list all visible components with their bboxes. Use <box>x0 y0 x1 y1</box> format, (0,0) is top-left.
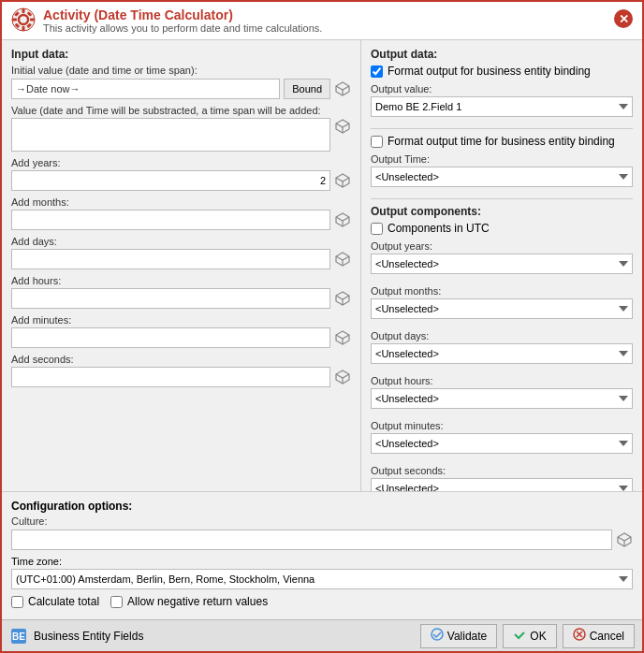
format-output-time-checkbox[interactable] <box>371 136 383 148</box>
output-seconds-label: Output seconds: <box>371 465 633 476</box>
format-output-time-row: Format output time for business entity b… <box>371 135 633 148</box>
calc-total-label[interactable]: Calculate total <box>28 595 99 608</box>
output-days-label: Output days: <box>371 330 633 341</box>
bound-button[interactable]: Bound <box>284 79 330 99</box>
cancel-button[interactable]: Cancel <box>563 624 635 648</box>
main-content: Input data: Initial value (date and time… <box>2 40 642 491</box>
date-now-field[interactable]: →Date now→ <box>11 79 280 99</box>
add-months-label: Add months: <box>11 196 351 208</box>
ok-label: OK <box>530 630 546 643</box>
add-months-field: Add months: <box>11 196 351 230</box>
right-panel: Output data: Format output for business … <box>361 40 642 491</box>
cube-icon-initial[interactable] <box>334 80 351 97</box>
add-minutes-label: Add minutes: <box>11 314 351 326</box>
components-utc-checkbox[interactable] <box>371 223 383 235</box>
allow-negative-label[interactable]: Allow negative return values <box>127 595 268 608</box>
output-months-label: Output months: <box>371 285 633 297</box>
ok-button[interactable]: OK <box>503 624 556 648</box>
culture-input[interactable] <box>11 530 612 550</box>
add-minutes-row <box>11 327 351 348</box>
output-months-dropdown[interactable]: <Unselected> <box>371 298 633 319</box>
close-button[interactable]: ✕ <box>614 9 633 28</box>
date-now-text: →Date now→ <box>16 83 80 94</box>
add-hours-field: Add hours: <box>11 275 351 309</box>
cube-icon-seconds[interactable] <box>334 369 351 385</box>
components-utc-label[interactable]: Components in UTC <box>388 222 490 235</box>
footer-btn-group: Validate OK Cancel <box>420 624 635 648</box>
output-seconds-dropdown[interactable]: <Unselected> <box>371 478 633 491</box>
add-years-input[interactable] <box>11 170 330 191</box>
add-seconds-input[interactable] <box>11 367 330 387</box>
cancel-icon <box>573 628 586 644</box>
output-minutes-dropdown[interactable]: <Unselected> <box>371 433 633 454</box>
value-area <box>11 118 351 152</box>
value-input[interactable] <box>11 118 330 152</box>
be-fields-label: Business Entity Fields <box>34 630 143 643</box>
output-hours-dropdown[interactable]: <Unselected> <box>371 388 633 409</box>
be-fields-icon: BE <box>9 627 28 646</box>
dialog: Activity (Date Time Calculator) This act… <box>0 0 644 653</box>
validate-button[interactable]: Validate <box>420 624 497 648</box>
title-bar-left: Activity (Date Time Calculator) This act… <box>11 7 322 34</box>
cube-icon-months[interactable] <box>334 211 351 228</box>
allow-negative-checkbox[interactable] <box>110 596 123 608</box>
svg-point-12 <box>432 629 443 640</box>
cancel-label: Cancel <box>590 630 624 643</box>
cube-icon-value[interactable] <box>334 118 351 135</box>
output-years-dropdown[interactable]: <Unselected> <box>371 254 633 274</box>
add-days-input[interactable] <box>11 249 330 269</box>
svg-rect-5 <box>30 19 35 22</box>
add-days-label: Add days: <box>11 236 351 247</box>
timezone-label: Time zone: <box>11 556 633 567</box>
output-minutes-label: Output minutes: <box>371 420 633 431</box>
output-years-label: Output years: <box>371 240 633 252</box>
dialog-title: Activity (Date Time Calculator) <box>43 7 322 22</box>
dialog-subtitle: This activity allows you to perform date… <box>43 22 322 34</box>
output-value-dropdown[interactable]: Demo BE 2.Field 1 <Unselected> <box>371 96 633 117</box>
cube-icon-culture[interactable] <box>616 531 633 548</box>
add-hours-input[interactable] <box>11 288 330 309</box>
title-text: Activity (Date Time Calculator) This act… <box>43 7 322 34</box>
culture-label: Culture: <box>11 515 633 527</box>
add-minutes-input[interactable] <box>11 327 330 348</box>
initial-value-row: →Date now→ Bound <box>11 79 351 99</box>
output-hours-label: Output hours: <box>371 375 633 386</box>
svg-rect-2 <box>22 8 25 13</box>
allow-negative-row: Allow negative return values <box>110 595 268 608</box>
format-output-checkbox[interactable] <box>371 65 383 78</box>
format-output-time-label[interactable]: Format output time for business entity b… <box>388 135 615 148</box>
activity-icon <box>11 7 36 32</box>
add-days-row <box>11 249 351 269</box>
cube-icon-hours[interactable] <box>334 290 351 307</box>
title-bar: Activity (Date Time Calculator) This act… <box>2 2 642 40</box>
add-seconds-field: Add seconds: <box>11 354 351 387</box>
add-months-input[interactable] <box>11 210 330 230</box>
calc-total-checkbox[interactable] <box>11 596 23 608</box>
format-output-row: Format output for business entity bindin… <box>371 65 633 78</box>
cube-icon-minutes[interactable] <box>334 329 351 346</box>
timezone-dropdown[interactable]: (UTC+01:00) Amsterdam, Berlin, Bern, Rom… <box>11 569 633 589</box>
footer-left[interactable]: BE Business Entity Fields <box>9 627 143 646</box>
culture-row <box>11 530 633 550</box>
left-panel: Input data: Initial value (date and time… <box>2 40 361 491</box>
output-time-dropdown[interactable]: <Unselected> <box>371 167 633 187</box>
add-years-label: Add years: <box>11 157 351 168</box>
format-output-label[interactable]: Format output for business entity bindin… <box>388 65 591 78</box>
config-label: Configuration options: <box>11 500 633 513</box>
output-days-dropdown[interactable]: <Unselected> <box>371 343 633 364</box>
svg-rect-4 <box>12 19 17 22</box>
add-hours-row <box>11 288 351 309</box>
footer: BE Business Entity Fields Validate OK <box>2 619 642 651</box>
value-label: Value (date and Time will be substracted… <box>11 105 351 116</box>
cube-icon-years[interactable] <box>334 172 351 189</box>
svg-text:BE: BE <box>12 631 25 642</box>
validate-label: Validate <box>447 630 487 643</box>
components-utc-row: Components in UTC <box>371 222 633 235</box>
output-data-label: Output data: <box>371 48 633 61</box>
add-days-field: Add days: <box>11 236 351 269</box>
add-seconds-row <box>11 367 351 387</box>
cube-icon-days[interactable] <box>334 251 351 268</box>
config-area: Configuration options: Culture: Time zon… <box>2 491 642 619</box>
add-minutes-field: Add minutes: <box>11 314 351 348</box>
add-hours-label: Add hours: <box>11 275 351 286</box>
